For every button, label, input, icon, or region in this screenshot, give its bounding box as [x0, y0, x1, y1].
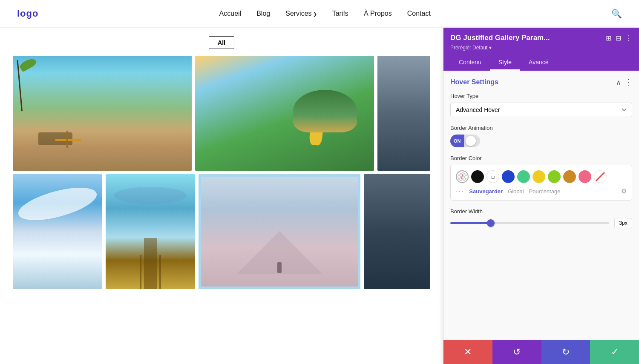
- color-actions: ··· Sauvegarder Global Pourcentage ⚙: [456, 187, 627, 195]
- slider-thumb[interactable]: [487, 219, 495, 227]
- hover-type-select[interactable]: Advanced Hover Simple Hover None: [450, 103, 632, 117]
- logo[interactable]: logo: [17, 8, 38, 19]
- color-swatch-strikethrough[interactable]: [594, 170, 607, 183]
- border-color-label: Border Color: [450, 155, 632, 161]
- hover-settings-title: Hover Settings: [450, 78, 498, 86]
- section-header-icons: ∧ ⋮: [616, 77, 632, 87]
- color-more-dots[interactable]: ···: [456, 187, 464, 195]
- gallery-image-beach: [13, 56, 192, 171]
- toolbar-undo-button[interactable]: ↺: [492, 340, 541, 364]
- gallery-image-surf: [13, 174, 102, 289]
- color-save-link[interactable]: Sauvegarder: [469, 188, 503, 195]
- nav-link-apropos[interactable]: À Propos: [364, 10, 392, 17]
- border-width-value: 3px: [614, 218, 632, 228]
- hover-type-label: Hover Type: [450, 93, 632, 99]
- section-collapse-button[interactable]: ∧: [616, 78, 621, 86]
- hover-type-setting: Hover Type Advanced Hover Simple Hover N…: [450, 93, 632, 117]
- panel-content: Hover Settings ∧ ⋮ Hover Type Advanced H…: [443, 71, 639, 340]
- border-animation-label: Border Animation: [450, 125, 632, 131]
- panel-header-icons: ⊞ ⊟ ⋮: [606, 34, 632, 42]
- hover-settings-section-header: Hover Settings ∧ ⋮: [450, 77, 632, 87]
- border-animation-setting: Border Animation ON: [450, 125, 632, 147]
- navigation: logo Accueil Blog Services Tarifs À Prop…: [0, 0, 639, 28]
- nav-link-contact[interactable]: Contact: [407, 10, 431, 17]
- gallery-row-2: [13, 174, 430, 289]
- nav-link-services[interactable]: Services: [285, 10, 317, 17]
- panel-title: DG Justified Gallery Param...: [450, 34, 606, 42]
- color-swatch-green[interactable]: [517, 170, 530, 183]
- panel-preset[interactable]: Préréglé: Défaut ▾: [450, 45, 632, 51]
- color-global-link[interactable]: Global: [508, 188, 524, 195]
- color-swatch-transparent[interactable]: [456, 170, 469, 183]
- nav-link-accueil[interactable]: Accueil: [219, 10, 242, 17]
- toggle-on-label: ON: [450, 135, 464, 147]
- gallery-image-dock: [106, 174, 195, 289]
- search-icon[interactable]: 🔍: [611, 9, 622, 19]
- border-color-setting: Border Color ◻ ··: [450, 155, 632, 201]
- main-area: All: [0, 28, 639, 364]
- border-width-slider-row: 3px: [450, 218, 632, 228]
- color-swatch-blue[interactable]: [502, 170, 515, 183]
- panel-title-row: DG Justified Gallery Param... ⊞ ⊟ ⋮: [450, 34, 632, 42]
- gallery-image-island: [195, 56, 374, 171]
- color-swatch-white[interactable]: ◻: [486, 170, 499, 183]
- panel-tabs: Contenu Style Avancé: [450, 55, 632, 71]
- tab-avance[interactable]: Avancé: [520, 55, 557, 71]
- panel-fullscreen-icon[interactable]: ⊞: [606, 34, 611, 42]
- color-swatch-orange[interactable]: [563, 170, 576, 183]
- border-width-setting: Border Width 3px: [450, 208, 632, 228]
- gallery-row-1: [13, 56, 430, 171]
- filter-all-button[interactable]: All: [209, 36, 234, 49]
- color-picker-area: ◻ ··· Sauvegarder Global Pourcentage: [450, 165, 632, 201]
- settings-panel: DG Justified Gallery Param... ⊞ ⊟ ⋮ Prér…: [443, 28, 639, 364]
- panel-toolbar: ✕ ↺ ↻ ✓: [443, 340, 639, 364]
- section-menu-button[interactable]: ⋮: [625, 77, 632, 87]
- panel-menu-icon[interactable]: ⋮: [625, 34, 632, 42]
- color-swatch-black[interactable]: [471, 170, 484, 183]
- gallery-image-pink-mountain: [199, 174, 360, 289]
- color-swatch-yellow[interactable]: [532, 170, 545, 183]
- gallery-image-dark-wave: [364, 174, 430, 289]
- toggle-thumb: [466, 136, 476, 146]
- color-swatch-pink[interactable]: [579, 170, 591, 183]
- gallery-image-dark-sea: [377, 56, 430, 171]
- panel-split-icon[interactable]: ⊟: [616, 34, 621, 42]
- tab-style[interactable]: Style: [490, 55, 520, 71]
- border-animation-toggle-row: ON: [450, 135, 632, 147]
- filter-bar: All: [13, 36, 430, 49]
- toolbar-redo-button[interactable]: ↻: [541, 340, 590, 364]
- toolbar-cancel-button[interactable]: ✕: [443, 340, 492, 364]
- color-percentage-link[interactable]: Pourcentage: [529, 188, 561, 195]
- border-width-label: Border Width: [450, 208, 632, 215]
- slider-fill: [450, 222, 490, 224]
- panel-header: DG Justified Gallery Param... ⊞ ⊟ ⋮ Prér…: [443, 28, 639, 71]
- border-animation-toggle[interactable]: ON: [450, 135, 480, 147]
- gallery-area: All: [0, 28, 443, 364]
- nav-link-tarifs[interactable]: Tarifs: [332, 10, 348, 17]
- color-swatch-lime[interactable]: [548, 170, 561, 183]
- border-width-slider-track[interactable]: [450, 222, 609, 224]
- toolbar-confirm-button[interactable]: ✓: [590, 340, 639, 364]
- tab-contenu[interactable]: Contenu: [450, 55, 490, 71]
- color-swatches: ◻: [456, 170, 627, 183]
- nav-link-blog[interactable]: Blog: [256, 10, 270, 17]
- gallery-grid: [13, 56, 430, 289]
- color-gear-icon[interactable]: ⚙: [621, 187, 627, 195]
- nav-links: Accueil Blog Services Tarifs À Propos Co…: [219, 10, 431, 17]
